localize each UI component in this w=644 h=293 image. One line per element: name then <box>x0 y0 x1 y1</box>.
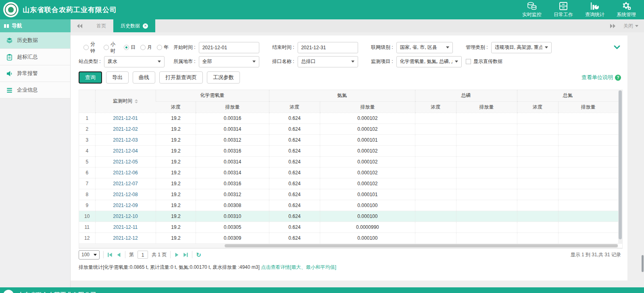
station-type-select[interactable]: 废水 <box>104 56 165 67</box>
nav-item-database[interactable]: 实时监控 <box>522 2 542 18</box>
date-link[interactable]: 2021-12-10 <box>95 211 156 222</box>
chevron-down-icon <box>252 61 256 63</box>
sub-header: 排放量 <box>320 101 415 113</box>
value-cell <box>558 189 618 200</box>
content-panel: 分钟小时日月年 开始时间 : 2021-12-01 结束时间 : 2021-12… <box>71 36 627 280</box>
date-link[interactable]: 2021-12-09 <box>95 200 156 211</box>
table-vertical-scrollbar[interactable] <box>618 90 622 244</box>
monitor-items-label: 监测项目 : <box>371 58 393 65</box>
page-input[interactable]: 1 <box>138 251 148 259</box>
table-row[interactable]: 102021-12-1019.20.003100.6240.000100 <box>79 211 618 222</box>
manage-category-select[interactable]: 违规项目, 高架源, 重点排污 <box>491 42 552 53</box>
filter-collapse-icon[interactable] <box>614 45 620 50</box>
value-cell <box>415 200 456 211</box>
value-cell <box>415 145 456 156</box>
nav-item-drawer[interactable]: 日常工作 <box>554 2 573 18</box>
stats-detail-link[interactable]: 点击查看详情[最大、最小和平均值] <box>261 264 336 270</box>
sidebar-item-list[interactable]: 企业信息 <box>0 82 70 98</box>
value-cell <box>517 145 558 156</box>
city-select[interactable]: 全部 <box>199 56 259 67</box>
value-cell: 0.624 <box>269 178 320 189</box>
start-time-field[interactable]: 2021-12-01 <box>199 42 259 53</box>
table-row[interactable]: 82021-12-0819.20.003120.6240.000101 <box>79 189 618 200</box>
period-radio-分钟[interactable]: 分钟 <box>83 41 99 54</box>
value-cell <box>517 222 558 232</box>
last-page-button[interactable] <box>183 252 188 257</box>
value-cell: 0.000100 <box>320 232 415 243</box>
tab-close-icon[interactable]: ✕ <box>143 23 148 29</box>
gear-icon <box>621 2 631 10</box>
value-cell <box>517 178 558 189</box>
time-column-header[interactable]: 监测时间 <box>95 90 156 113</box>
page-size-select[interactable]: 100 <box>79 250 100 260</box>
close-menu[interactable]: 关闭 <box>623 23 638 29</box>
table-row[interactable]: 92021-12-0919.20.003080.6240.000100 <box>79 200 618 211</box>
table-row[interactable]: 12021-12-0119.20.003160.6240.000102 <box>79 113 618 123</box>
date-link[interactable]: 2021-12-08 <box>95 189 156 200</box>
button-导出[interactable]: 导出 <box>106 71 129 84</box>
date-link[interactable]: 2021-12-06 <box>95 167 156 178</box>
table-horizontal-scrollbar[interactable] <box>79 244 618 248</box>
tab-home[interactable]: 首页 <box>89 19 113 32</box>
date-link[interactable]: 2021-12-11 <box>95 222 156 232</box>
value-cell <box>456 113 517 123</box>
outlet-select[interactable]: 总排口 <box>298 56 358 67</box>
monitor-items-select[interactable]: 化学需氧量, 氨氮, 总磷, 总氮 <box>396 56 462 67</box>
nav-item-bar-chart[interactable]: 查询统计 <box>585 2 604 18</box>
value-cell <box>517 211 558 222</box>
sub-header: 排放量 <box>456 101 517 113</box>
date-link[interactable]: 2021-12-03 <box>95 134 156 145</box>
date-link[interactable]: 2021-12-05 <box>95 156 156 167</box>
date-link[interactable]: 2021-12-12 <box>95 232 156 243</box>
first-page-button[interactable] <box>107 252 113 257</box>
period-radio-月[interactable]: 月 <box>140 44 152 51</box>
sidebar-item-speaker[interactable]: 异常报警 <box>0 65 70 82</box>
data-table-zone: 监测时间化学需氧量氨氮总磷总氮浓度排放量浓度排放量浓度排放量浓度排放量 1202… <box>79 90 623 248</box>
prev-page-button[interactable] <box>116 252 121 257</box>
query-button[interactable]: 查询 <box>79 71 102 84</box>
manage-category-label: 管理类别 : <box>466 44 488 51</box>
direct-data-checkbox[interactable]: 显示直传数据 <box>466 58 502 65</box>
button-曲线[interactable]: 曲线 <box>133 71 155 84</box>
tab-history-data[interactable]: 历史数据 ✕ <box>113 19 155 32</box>
period-radio-年[interactable]: 年 <box>157 44 169 51</box>
value-cell: 0.000102 <box>320 113 415 123</box>
date-link[interactable]: 2021-12-01 <box>95 113 156 123</box>
tabs-scroll-right-icon[interactable] <box>610 24 615 28</box>
period-radio-小时[interactable]: 小时 <box>104 41 119 54</box>
table-row[interactable]: 122021-12-1219.20.003090.6240.000100 <box>79 232 618 243</box>
table-row[interactable]: 42021-12-0419.20.003160.6240.000102 <box>79 145 618 156</box>
value-cell <box>558 200 618 211</box>
date-link[interactable]: 2021-12-04 <box>95 145 156 156</box>
table-row[interactable]: 52021-12-0519.20.003140.6240.000102 <box>79 156 618 167</box>
network-level-select[interactable]: 国家, 省, 市, 区县 <box>396 42 453 53</box>
unit-note-link[interactable]: 查看单位说明 ? <box>581 74 623 81</box>
station-type-label: 站点类型 : <box>79 58 101 65</box>
sidebar-item-layers[interactable]: 历史数据 <box>0 32 70 49</box>
end-time-field[interactable]: 2021-12-31 <box>298 42 358 53</box>
nav-item-gear[interactable]: 系统管理 <box>617 2 636 18</box>
button-工况参数[interactable]: 工况参数 <box>207 71 240 84</box>
value-cell <box>558 123 618 134</box>
table-row[interactable]: 62021-12-0619.20.003140.6240.000102 <box>79 167 618 178</box>
page-prefix: 第 <box>129 251 134 258</box>
date-link[interactable]: 2021-12-07 <box>95 178 156 189</box>
value-cell <box>456 123 517 134</box>
table-row[interactable]: 72021-12-0719.20.003160.6240.000102 <box>79 178 618 189</box>
button-打开新查询页[interactable]: 打开新查询页 <box>159 71 203 84</box>
refresh-icon[interactable]: ↻ <box>196 252 201 258</box>
row-index: 7 <box>79 178 95 189</box>
table-row[interactable]: 32021-12-0319.20.003120.6240.000101 <box>79 134 618 145</box>
tabs-scroll-left-icon[interactable] <box>77 24 83 28</box>
date-link[interactable]: 2021-12-02 <box>95 123 156 134</box>
value-cell: 19.2 <box>156 232 196 243</box>
table-row[interactable]: 112021-12-1119.20.003050.6240.0000990 <box>79 222 618 232</box>
radio-icon <box>83 45 89 50</box>
page-scrollbar-thumb[interactable] <box>642 255 644 272</box>
table-row[interactable]: 22021-12-0219.20.003140.6240.000102 <box>79 123 618 134</box>
sidebar-item-clipboard[interactable]: 超标汇总 <box>0 49 70 65</box>
value-cell: 19.2 <box>156 113 196 123</box>
period-radio-日[interactable]: 日 <box>124 44 135 51</box>
value-cell: 19.2 <box>156 222 196 232</box>
next-page-button[interactable] <box>174 252 179 257</box>
